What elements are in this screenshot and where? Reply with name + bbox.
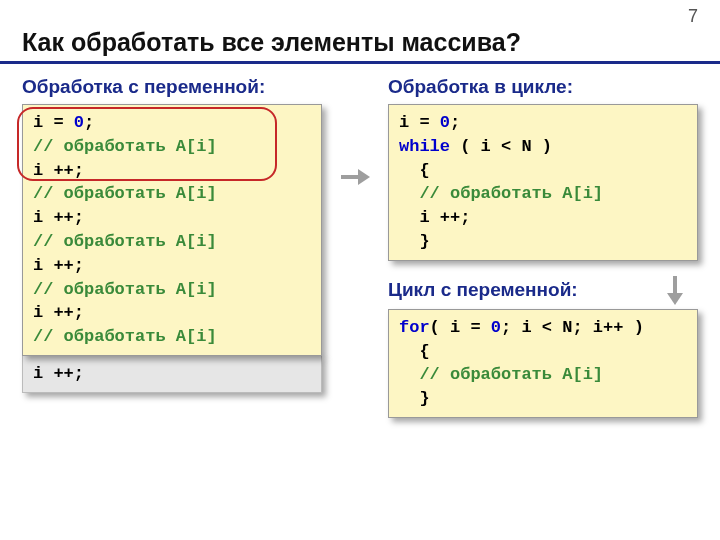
right-codebox-1: i = 0; while ( i < N ) { // обработать A… — [388, 104, 698, 261]
right-code-2: for( i = 0; i < N; i++ ) { // обработать… — [399, 316, 687, 411]
slide-title: Как обработать все элементы массива? — [0, 0, 720, 64]
left-grey-code: i ++; — [33, 362, 311, 386]
left-grey-codebox: i ++; — [22, 355, 322, 393]
svg-marker-3 — [667, 293, 683, 305]
right-heading-1: Обработка в цикле: — [388, 76, 698, 98]
arrow-down-icon — [664, 275, 686, 305]
right-code-1: i = 0; while ( i < N ) { // обработать A… — [399, 111, 687, 254]
arrow-right-cell — [340, 70, 370, 418]
left-column: Обработка с переменной: i = 0; // обрабо… — [22, 70, 322, 418]
page-number: 7 — [688, 6, 698, 27]
right-column: Обработка в цикле: i = 0; while ( i < N … — [388, 70, 698, 418]
left-heading: Обработка с переменной: — [22, 76, 322, 98]
svg-marker-1 — [358, 169, 370, 185]
row-heading-2: Цикл с переменной: — [388, 275, 698, 305]
right-heading-2: Цикл с переменной: — [388, 279, 578, 301]
left-codebox: i = 0; // обработать A[i] i ++; // обраб… — [22, 104, 322, 356]
arrow-right-icon — [340, 166, 370, 188]
left-code: i = 0; // обработать A[i] i ++; // обраб… — [33, 111, 311, 349]
columns: Обработка с переменной: i = 0; // обрабо… — [0, 70, 720, 418]
left-codebox-wrap: i = 0; // обработать A[i] i ++; // обраб… — [22, 104, 322, 393]
right-codebox-2: for( i = 0; i < N; i++ ) { // обработать… — [388, 309, 698, 418]
